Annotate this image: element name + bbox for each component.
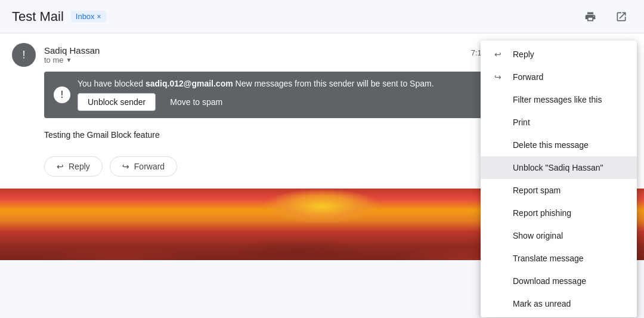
open-external-button[interactable]: [611, 6, 632, 27]
avatar: !: [12, 43, 36, 67]
reply-button[interactable]: ↩ Reply: [44, 156, 103, 177]
menu-item-forward[interactable]: ↪Forward: [481, 66, 637, 88]
reply-arrow-icon: ↩: [57, 162, 64, 171]
sender-name: Sadiq Hassan: [44, 45, 100, 55]
menu-label-report-spam: Report spam: [513, 186, 561, 195]
menu-item-delete[interactable]: Delete this message: [481, 134, 637, 156]
mark-unread-menu-icon: [493, 298, 503, 309]
to-me-label[interactable]: to me ▼: [44, 55, 100, 64]
reply-label: Reply: [69, 162, 90, 171]
menu-item-filter[interactable]: Filter messages like this: [481, 88, 637, 111]
menu-label-reply: Reply: [513, 50, 534, 59]
sender-section: ! Sadiq Hassan to me ▼: [12, 43, 100, 67]
menu-label-print: Print: [513, 118, 530, 127]
warning-prefix: You have blocked: [78, 79, 145, 88]
inbox-badge[interactable]: Inbox ×: [71, 11, 106, 22]
menu-item-print[interactable]: Print: [481, 111, 637, 134]
unblock-sender-button[interactable]: Unblock sender: [78, 93, 156, 111]
email-title: Test Mail: [12, 9, 64, 24]
chevron-down-icon: ▼: [66, 57, 72, 63]
print-button[interactable]: [580, 6, 601, 27]
report-spam-menu-icon: [493, 185, 503, 196]
menu-item-show-original[interactable]: Show original: [481, 224, 637, 247]
menu-label-filter: Filter messages like this: [513, 95, 602, 104]
menu-item-report-spam[interactable]: Report spam: [481, 179, 637, 202]
badge-close-icon[interactable]: ×: [97, 13, 101, 21]
menu-label-delete: Delete this message: [513, 140, 589, 150]
download-menu-icon: [493, 276, 503, 286]
top-bar: Test Mail Inbox ×: [0, 0, 644, 33]
menu-label-translate: Translate message: [513, 254, 584, 263]
top-bar-left: Test Mail Inbox ×: [12, 9, 106, 24]
print-icon: [584, 11, 596, 23]
menu-item-reply[interactable]: ↩Reply: [481, 43, 637, 66]
menu-label-unblock: Unblock "Sadiq Hassan": [513, 163, 603, 172]
forward-menu-icon: ↪: [493, 72, 503, 82]
filter-menu-icon: [493, 94, 503, 105]
inbox-label: Inbox: [76, 12, 95, 21]
menu-label-show-original: Show original: [513, 231, 563, 240]
menu-item-report-phishing[interactable]: Report phishing: [481, 202, 637, 224]
forward-button[interactable]: ↪ Forward: [110, 156, 177, 177]
blocked-email: sadiq.012@gmail.com: [145, 79, 233, 88]
menu-item-mark-unread[interactable]: Mark as unread: [481, 292, 637, 315]
move-to-spam-button[interactable]: Move to spam: [160, 93, 232, 111]
top-bar-right: [580, 6, 632, 27]
delete-menu-icon: [493, 140, 503, 150]
sender-info: Sadiq Hassan to me ▼: [44, 45, 100, 64]
menu-label-report-phishing: Report phishing: [513, 208, 571, 218]
report-phishing-menu-icon: [493, 208, 503, 218]
warning-icon-avatar: !: [22, 49, 25, 61]
menu-item-download[interactable]: Download message: [481, 270, 637, 292]
context-menu: ↩Reply↪ForwardFilter messages like thisP…: [481, 41, 637, 317]
forward-label: Forward: [134, 162, 165, 171]
warning-suffix: New messages from this sender will be se…: [233, 79, 434, 88]
open-external-icon: [615, 11, 627, 23]
menu-item-translate[interactable]: Translate message: [481, 247, 637, 270]
show-original-menu-icon: [493, 230, 503, 241]
menu-item-unblock[interactable]: Unblock "Sadiq Hassan": [481, 156, 637, 179]
blocked-icon: !: [54, 87, 70, 103]
print-menu-icon: [493, 117, 503, 128]
translate-menu-icon: [493, 253, 503, 264]
reply-menu-icon: ↩: [493, 49, 503, 60]
menu-label-download: Download message: [513, 276, 586, 286]
menu-label-mark-unread: Mark as unread: [513, 299, 571, 308]
menu-label-forward: Forward: [513, 72, 543, 82]
forward-arrow-icon: ↪: [122, 162, 129, 171]
unblock-menu-icon: [493, 162, 503, 173]
